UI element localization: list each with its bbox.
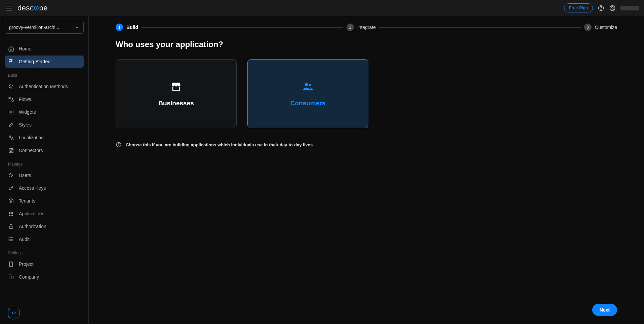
svg-rect-10 [9, 212, 10, 213]
chevron-down-icon [75, 25, 79, 30]
sidebar-item-label: Audit [19, 237, 30, 242]
wizard-stepper: 1 Build 2 Integrate 3 Customize [116, 24, 617, 31]
sidebar-item-localization[interactable]: Localization [5, 132, 84, 144]
help-row: Choose this if you are building applicat… [116, 142, 617, 148]
sidebar-item-getting-started[interactable]: Getting Started [5, 56, 84, 68]
styles-icon [8, 122, 14, 128]
svg-point-22 [9, 241, 9, 241]
svg-rect-19 [9, 226, 13, 228]
sidebar-item-tenants[interactable]: Tenants [5, 195, 84, 207]
sidebar-item-styles[interactable]: Styles [5, 119, 84, 131]
sidebar-item-label: Widgets [19, 109, 36, 115]
document-icon [8, 261, 14, 267]
widgets-icon [8, 109, 14, 115]
account-icon[interactable] [609, 5, 616, 11]
company-icon [8, 274, 14, 280]
brand-logo: descpe [17, 4, 48, 12]
free-plan-button[interactable]: Free Plan [564, 3, 593, 12]
sidebar-item-label: Company [19, 274, 39, 280]
sidebar-item-company[interactable]: Company [5, 271, 84, 283]
storefront-icon [170, 81, 182, 92]
project-name: groovy-vermilion-archi... [9, 25, 59, 30]
card-label: Businesses [158, 100, 194, 107]
home-icon [8, 46, 14, 52]
page-heading: Who uses your application? [116, 40, 617, 49]
svg-rect-12 [12, 212, 13, 213]
svg-rect-15 [12, 213, 13, 214]
step-build[interactable]: 1 Build [116, 24, 138, 31]
card-businesses[interactable]: Businesses [116, 59, 237, 128]
svg-rect-17 [11, 215, 12, 216]
sidebar-item-auth-methods[interactable]: Authentication Methods [5, 80, 84, 93]
card-label: Consumers [290, 100, 326, 107]
sidebar-item-home[interactable]: Home [5, 43, 84, 55]
svg-rect-18 [12, 215, 13, 216]
card-consumers[interactable]: Consumers [247, 59, 368, 128]
svg-rect-13 [9, 213, 10, 214]
sidebar-item-label: Project [19, 261, 34, 267]
topbar-right: Free Plan [564, 3, 639, 12]
step-number: 2 [347, 24, 354, 31]
sidebar-item-access-keys[interactable]: Access Keys [5, 182, 84, 194]
svg-rect-14 [11, 213, 12, 214]
sidebar-item-label: Tenants [19, 198, 35, 204]
logo-o-icon [34, 6, 39, 10]
step-label: Integrate [357, 25, 376, 30]
logo-text-right: pe [39, 4, 47, 12]
sidebar-item-label: Connectors [19, 148, 43, 153]
svg-rect-11 [11, 212, 12, 213]
main-content: 1 Build 2 Integrate 3 Customize Who uses… [89, 16, 644, 324]
sidebar-item-widgets[interactable]: Widgets [5, 106, 84, 118]
sidebar-item-project[interactable]: Project [5, 258, 84, 270]
step-label: Build [126, 25, 138, 30]
step-line [379, 27, 581, 28]
svg-point-25 [305, 83, 308, 86]
chat-widget-button[interactable] [8, 308, 19, 318]
help-text: Choose this if you are building applicat… [126, 142, 314, 147]
svg-point-9 [9, 188, 11, 190]
sidebar-item-flows[interactable]: Flows [5, 93, 84, 105]
svg-point-26 [309, 84, 311, 86]
sidebar-section-settings: Settings [5, 246, 84, 258]
svg-point-1 [601, 9, 601, 9]
sidebar-item-audit[interactable]: Audit [5, 233, 84, 245]
svg-point-3 [612, 6, 613, 8]
translate-icon [8, 135, 14, 141]
sidebar-item-connectors[interactable]: Connectors [5, 144, 84, 156]
auth-icon [8, 83, 14, 89]
svg-rect-24 [11, 276, 13, 279]
svg-point-21 [9, 239, 9, 240]
list-icon [8, 236, 14, 242]
people-icon [302, 81, 314, 92]
sidebar-section-manage: Manage [5, 157, 84, 169]
sidebar-item-applications[interactable]: Applications [5, 208, 84, 220]
step-customize[interactable]: 3 Customize [584, 24, 617, 31]
flag-icon [8, 59, 14, 65]
step-number: 1 [116, 24, 123, 31]
sidebar-item-label: Styles [19, 122, 32, 128]
next-button[interactable]: Next [592, 304, 617, 316]
menu-toggle-button[interactable] [5, 4, 13, 12]
svg-point-28 [118, 146, 119, 146]
user-name-redacted [620, 6, 639, 10]
sidebar-item-label: Home [19, 46, 31, 51]
help-icon[interactable] [598, 5, 604, 11]
sidebar-item-users[interactable]: Users [5, 169, 84, 181]
sidebar-item-label: Authorization [19, 224, 46, 229]
key-icon [8, 185, 14, 191]
svg-rect-6 [12, 100, 13, 101]
logo-text-left: de [17, 4, 26, 12]
flows-icon [8, 96, 14, 102]
sidebar-item-label: Getting Started [19, 59, 50, 64]
step-line [142, 27, 343, 28]
svg-rect-5 [9, 97, 10, 99]
puzzle-icon [8, 147, 14, 153]
sidebar-item-label: Users [19, 173, 31, 178]
svg-point-4 [10, 85, 11, 86]
step-integrate[interactable]: 2 Integrate [347, 24, 376, 31]
sidebar-section-build: Build [5, 68, 84, 80]
project-selector[interactable]: groovy-vermilion-archi... [5, 21, 84, 34]
sidebar-item-authorization[interactable]: Authorization [5, 220, 84, 232]
sidebar: groovy-vermilion-archi... Home Getting S… [0, 16, 89, 324]
sidebar-item-label: Applications [19, 211, 44, 216]
